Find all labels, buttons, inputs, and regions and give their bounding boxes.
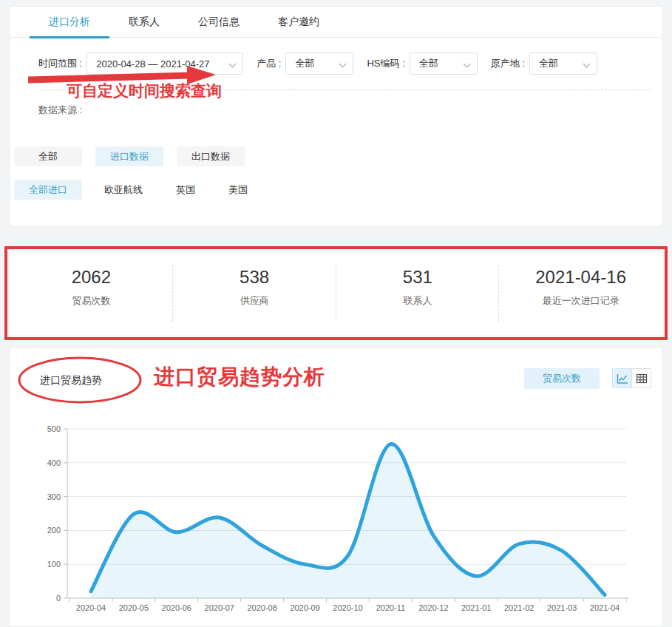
stat-trade-count: 2062 贸易次数: [10, 251, 173, 335]
data-source-label: 数据来源 :: [38, 104, 82, 117]
origin-label: 原产地 :: [491, 57, 525, 70]
hs-code-label: HS编码 :: [367, 57, 404, 70]
type-all-button[interactable]: 全部: [14, 146, 82, 166]
x-axis-label: 2021-04: [590, 603, 620, 612]
stat-last-import: 2021-04-16 最近一次进口记录: [499, 251, 662, 335]
stat-value: 531: [336, 267, 500, 288]
x-axis-label: 2021-03: [547, 603, 577, 612]
route-eurasia-item[interactable]: 欧亚航线: [104, 183, 143, 197]
product-value: 全部: [295, 57, 314, 70]
chevron-down-icon: [583, 61, 591, 68]
y-axis-label: 0: [56, 594, 61, 603]
chart-title: 进口贸易趋势: [40, 374, 102, 387]
x-axis-label: 2020-09: [290, 603, 319, 612]
trade-count-series-button[interactable]: 贸易次数: [524, 368, 600, 389]
chevron-down-icon: [229, 61, 237, 68]
x-axis-label: 2021-01: [461, 603, 491, 612]
stat-value: 538: [173, 267, 336, 288]
type-import-button[interactable]: 进口数据: [95, 146, 163, 166]
route-all-import-button[interactable]: 全部进口: [14, 180, 82, 200]
x-axis-label: 2020-12: [418, 603, 448, 612]
time-range-label: 时间范围 :: [38, 57, 82, 70]
tab-import-analysis[interactable]: 进口分析: [30, 7, 109, 38]
origin-select[interactable]: 全部: [529, 52, 597, 75]
route-uk-item[interactable]: 英国: [176, 183, 195, 197]
chevron-down-icon: [339, 61, 347, 68]
dashed-divider: [40, 89, 651, 90]
trend-chart-svg: 01002003004005002020-042020-052020-06202…: [10, 413, 663, 627]
time-range-select[interactable]: 2020-04-28 — 2021-04-27: [86, 52, 243, 75]
chart-type-toggle: [612, 368, 651, 388]
filter-panel: 进口分析 联系人 公司信息 客户邀约 时间范围 : 2020-04-28 — 2…: [10, 6, 662, 227]
stat-label: 供应商: [173, 294, 336, 308]
stat-label: 最近一次进口记录: [499, 294, 662, 308]
origin-value: 全部: [539, 57, 558, 70]
y-axis-label: 400: [47, 458, 61, 467]
stat-value: 2062: [10, 267, 173, 288]
trend-area-chart: 01002003004005002020-042020-052020-06202…: [10, 413, 663, 627]
y-axis-label: 500: [47, 424, 61, 433]
route-us-item[interactable]: 美国: [228, 183, 248, 197]
chevron-down-icon: [463, 61, 470, 68]
y-axis-label: 300: [47, 492, 61, 501]
hs-code-select[interactable]: 全部: [410, 52, 478, 75]
tab-customer-invite[interactable]: 客户邀约: [259, 7, 339, 38]
product-label: 产品 :: [257, 57, 281, 70]
trend-area-fill: [91, 444, 605, 598]
x-axis-label: 2020-07: [205, 603, 234, 612]
hs-code-value: 全部: [419, 57, 438, 70]
line-chart-icon: [617, 373, 628, 384]
data-type-row: 全部 进口数据 出口数据: [14, 146, 258, 166]
stat-value: 2021-04-16: [499, 267, 662, 288]
stat-suppliers: 538 供应商: [173, 251, 336, 335]
y-axis-label: 200: [47, 526, 61, 535]
x-axis-label: 2021-02: [504, 603, 534, 612]
stat-label: 贸易次数: [10, 294, 173, 308]
x-axis-label: 2020-08: [247, 603, 276, 612]
stat-label: 联系人: [336, 294, 500, 308]
product-select[interactable]: 全部: [285, 52, 353, 75]
tab-contacts[interactable]: 联系人: [109, 7, 179, 38]
y-axis-label: 100: [47, 560, 61, 569]
trend-chart-panel: 进口贸易趋势 贸易次数 01002003004005002020-042020-…: [10, 348, 662, 627]
stats-panel: 2062 贸易次数 538 供应商 531 联系人 2021-04-16 最近一…: [10, 251, 662, 335]
x-axis-label: 2020-04: [76, 603, 106, 612]
table-icon: [636, 373, 648, 384]
page: { "tabs": [ { "label": "进口分析", "active":…: [0, 0, 672, 627]
stat-contacts: 531 联系人: [336, 251, 500, 335]
x-axis-label: 2020-11: [376, 603, 406, 612]
time-range-value: 2020-04-28 — 2021-04-27: [96, 58, 209, 70]
line-chart-view-button[interactable]: [612, 368, 632, 388]
x-axis-label: 2020-06: [162, 603, 191, 612]
type-export-button[interactable]: 出口数据: [177, 146, 245, 166]
tab-bar: 进口分析 联系人 公司信息 客户邀约: [10, 7, 662, 38]
route-row: 全部进口 欧亚航线 英国 美国: [14, 180, 281, 200]
filter-row: 时间范围 : 2020-04-28 — 2021-04-27 产品 : 全部 H…: [38, 52, 611, 75]
x-axis-label: 2020-10: [333, 603, 362, 612]
x-axis-label: 2020-05: [119, 603, 149, 612]
table-view-button[interactable]: [631, 368, 651, 388]
tab-company-info[interactable]: 公司信息: [179, 7, 259, 38]
